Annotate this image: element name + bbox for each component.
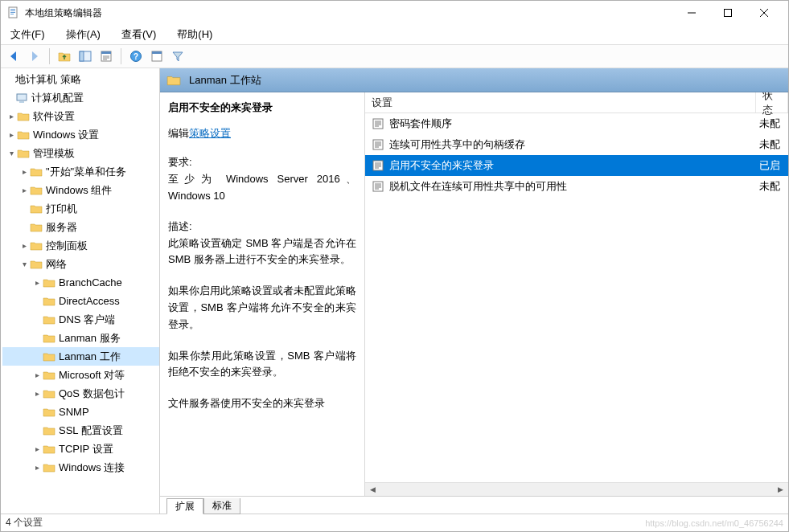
folder-icon <box>17 110 30 123</box>
tree-branchcache[interactable]: ▸BranchCache <box>2 273 159 292</box>
folder-icon <box>30 239 43 252</box>
tree-pane: 地计算机 策略 计算机配置 ▸软件设置 ▸Windows 设置 ▾管理模板 ▸"… <box>1 68 160 514</box>
requirements-label: 要求: <box>168 155 356 170</box>
tree-start-menu[interactable]: ▸"开始"菜单和任务 <box>2 162 159 181</box>
menu-help[interactable]: 帮助(H) <box>174 26 216 43</box>
folder-icon <box>30 258 43 271</box>
app-icon <box>7 6 20 19</box>
folder-icon <box>30 203 43 215</box>
tree-directaccess[interactable]: DirectAccess <box>2 292 159 310</box>
forward-button[interactable] <box>25 47 44 66</box>
folder-icon <box>17 129 30 141</box>
list-row[interactable]: 连续可用性共享中的句柄缓存 未配 <box>365 134 788 155</box>
menu-action[interactable]: 操作(A) <box>63 26 104 43</box>
svg-rect-4 <box>10 14 14 14</box>
folder-icon <box>43 332 55 345</box>
tree-win-conn[interactable]: ▸Windows 连接 <box>2 458 159 477</box>
tree-lanman-server[interactable]: Lanman 服务 <box>2 329 159 347</box>
options-button[interactable] <box>147 47 166 66</box>
tree-qos[interactable]: ▸QoS 数据包计 <box>2 384 159 403</box>
svg-rect-16 <box>373 119 383 129</box>
description-p4: 文件服务器使用不安全的来宾登录 <box>168 395 356 412</box>
folder-icon <box>30 184 43 197</box>
tree-printers[interactable]: 打印机 <box>2 199 159 218</box>
scroll-right-button[interactable]: ▶ <box>775 484 787 496</box>
tree-windows-settings[interactable]: ▸Windows 设置 <box>2 125 159 144</box>
bottom-tabs: 扩展 标准 <box>160 496 788 514</box>
folder-icon <box>43 276 55 289</box>
svg-rect-7 <box>80 51 84 61</box>
policy-icon <box>372 138 384 151</box>
tree-root[interactable]: 地计算机 策略 <box>2 70 159 88</box>
toolbar: ? <box>1 44 788 68</box>
policy-icon <box>372 117 384 130</box>
menu-bar: 文件(F) 操作(A) 查看(V) 帮助(H) <box>1 25 788 44</box>
tree-root-label: 地计算机 策略 <box>15 72 81 87</box>
tab-standard[interactable]: 标准 <box>203 498 240 514</box>
tab-extended[interactable]: 扩展 <box>166 498 203 514</box>
status-text: 4 个设置 <box>6 516 43 530</box>
settings-list-pane: 设置 状态 密码套件顺序 未配 连续可用性共享中的句柄缓存 未配 <box>365 92 788 496</box>
tree-ssl[interactable]: SSL 配置设置 <box>2 421 159 440</box>
back-button[interactable] <box>4 47 23 66</box>
tree-tcpip[interactable]: ▸TCPIP 设置 <box>2 440 159 458</box>
column-state[interactable]: 状态 <box>756 92 788 113</box>
tree-snmp[interactable]: SNMP <box>2 403 159 421</box>
svg-rect-13 <box>152 51 162 54</box>
svg-rect-18 <box>373 161 383 170</box>
tree-lanman-workstation[interactable]: Lanman 工作 <box>2 347 159 366</box>
status-bar: 4 个设置 https://blog.csdn.net/m0_46756244 <box>1 514 788 531</box>
tree-software-settings[interactable]: ▸软件设置 <box>2 107 159 125</box>
menu-file[interactable]: 文件(F) <box>7 26 48 43</box>
tree-computer-config[interactable]: 计算机配置 <box>2 88 159 107</box>
minimize-button[interactable] <box>673 2 709 24</box>
svg-text:?: ? <box>134 52 138 61</box>
svg-rect-2 <box>10 10 15 11</box>
folder-icon <box>43 369 55 382</box>
folder-icon <box>30 221 43 234</box>
list-row-setting: 密码套件顺序 <box>389 117 756 131</box>
policy-icon <box>372 180 384 193</box>
list-row-setting: 脱机文件在连续可用性共享中的可用性 <box>389 179 756 194</box>
svg-rect-19 <box>373 182 383 191</box>
description-pane: 启用不安全的来宾登录 编辑策略设置 要求: 至少为 Windows Server… <box>160 92 365 496</box>
tree-servers[interactable]: 服务器 <box>2 218 159 236</box>
description-p3: 如果你禁用此策略设置，SMB 客户端将拒绝不安全的来宾登录。 <box>168 348 356 382</box>
help-button[interactable]: ? <box>126 47 146 66</box>
column-setting[interactable]: 设置 <box>365 92 756 113</box>
list-body[interactable]: 密码套件顺序 未配 连续可用性共享中的句柄缓存 未配 启用不安全的来宾登录 已启 <box>365 113 788 482</box>
list-row[interactable]: 启用不安全的来宾登录 已启 <box>365 155 788 176</box>
requirements-text: 至少为 Windows Server 2016、Windows 10 <box>168 171 356 205</box>
edit-prefix: 编辑 <box>168 127 189 139</box>
folder-icon <box>43 387 55 400</box>
content-header: Lanman 工作站 <box>160 68 788 92</box>
maximize-button[interactable] <box>709 2 746 24</box>
tree[interactable]: 地计算机 策略 计算机配置 ▸软件设置 ▸Windows 设置 ▾管理模板 ▸"… <box>1 68 159 514</box>
svg-rect-14 <box>17 94 27 100</box>
tree-dns-client[interactable]: DNS 客户端 <box>2 310 159 329</box>
svg-rect-3 <box>10 12 15 13</box>
up-button[interactable] <box>55 47 74 66</box>
folder-icon <box>17 147 30 160</box>
tree-network[interactable]: ▾网络 <box>2 255 159 273</box>
menu-view[interactable]: 查看(V) <box>118 26 159 43</box>
list-row[interactable]: 脱机文件在连续可用性共享中的可用性 未配 <box>365 176 788 197</box>
tree-control-panel[interactable]: ▸控制面板 <box>2 236 159 255</box>
tree-admin-templates[interactable]: ▾管理模板 <box>2 144 159 162</box>
svg-rect-1 <box>10 9 15 10</box>
list-row[interactable]: 密码套件顺序 未配 <box>365 113 788 134</box>
description-label: 描述: <box>168 219 356 234</box>
edit-policy-link[interactable]: 策略设置 <box>189 126 231 141</box>
tree-win-components[interactable]: ▸Windows 组件 <box>2 181 159 199</box>
folder-icon <box>43 406 55 419</box>
folder-icon <box>43 350 55 363</box>
show-hide-tree-button[interactable] <box>76 47 95 66</box>
properties-button[interactable] <box>97 47 116 66</box>
tree-ms-peer[interactable]: ▸Microsoft 对等 <box>2 366 159 384</box>
horizontal-scrollbar[interactable]: ◀ ▶ <box>365 482 788 496</box>
list-header: 设置 状态 <box>365 92 788 113</box>
filter-button[interactable] <box>168 47 187 66</box>
scroll-left-button[interactable]: ◀ <box>367 484 379 496</box>
content-header-title: Lanman 工作站 <box>189 73 261 88</box>
close-button[interactable] <box>746 2 782 24</box>
